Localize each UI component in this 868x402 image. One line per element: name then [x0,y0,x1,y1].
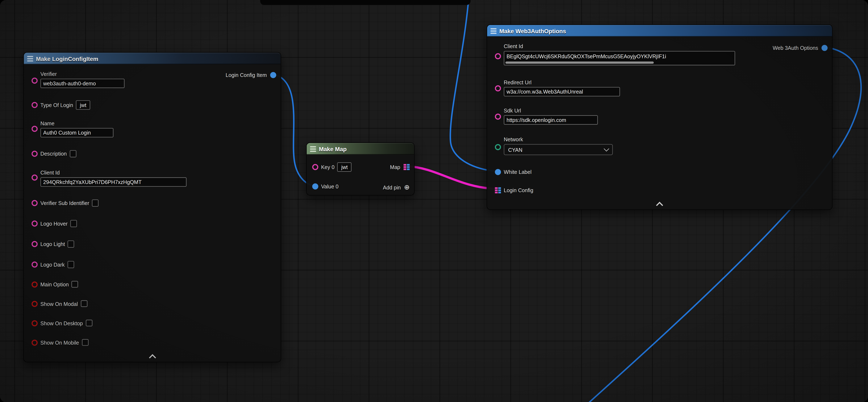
chevron-up-icon [149,354,156,361]
logo-hover-pin[interactable] [32,220,38,226]
logo-dark-pin[interactable] [32,261,38,267]
show-on-modal-checkbox[interactable] [81,300,87,307]
pin-row-logo-dark: Logo Dark [32,260,74,268]
description-input[interactable] [69,150,76,157]
client-id-scrollbar[interactable] [505,62,654,64]
main-option-checkbox[interactable] [72,281,79,288]
verifier-input[interactable]: web3auth-auth0-demo [40,79,125,88]
pin-label: Show On Modal [40,301,78,307]
value0-pin[interactable] [312,183,318,189]
map-output-pin-icon[interactable] [404,164,410,170]
pin-row-client-id: Client Id 294QRkchfq2YaXUbPri7D6PH7xzHgQ… [32,169,187,187]
client-id-input[interactable]: 294QRkchfq2YaXUbPri7D6PH7xzHgQMT [40,177,187,187]
pin-label: Redirect Url [504,79,620,85]
pin-row-name: Name Auth0 Custom Login [32,120,114,138]
web3auth-options-output-pin[interactable] [822,45,828,51]
node-make-map[interactable]: Make Map Key 0 jwt Map Value 0 Add pin ⊕ [306,142,414,196]
pin-label: Logo Dark [40,261,65,267]
output-pin-row: Login Config Item [226,71,276,79]
pin-label: Verifier Sub Identifier [40,200,89,206]
add-pin-label: Add pin [383,184,401,190]
show-on-desktop-pin[interactable] [32,320,38,326]
map-icon [310,146,316,151]
white-label-pin[interactable] [495,169,501,175]
pin-label: Description [40,150,67,156]
main-option-pin[interactable] [32,281,38,287]
pin-row-white-label: White Label [495,168,531,176]
show-on-desktop-checkbox[interactable] [86,320,92,326]
pin-label: Login Config Item [226,72,267,78]
redirect-url-pin[interactable] [495,85,501,91]
network-selected-value: CYAN [508,147,522,153]
type-of-login-input[interactable]: jwt [76,100,90,110]
pin-label: Verifier [40,71,125,77]
pin-row-login-config: Login Config [495,186,533,194]
pin-label: Main Option [40,281,69,287]
collapse-node-button[interactable] [655,202,664,207]
client-id-text: BEglQSgt4cUWcj6SKRdu5QkOXTsePmMcusG5EAoy… [506,53,666,59]
node-title: Make LoginConfigItem [36,55,98,62]
node-header[interactable]: Make Web3AuthOptions [487,25,832,36]
output-pin-row: Map [390,163,410,171]
pin-label: Web 3Auth Options [773,45,818,51]
pin-label: Show On Mobile [40,339,79,345]
offscreen-node-edge [260,0,470,5]
pin-label: Logo Hover [40,220,67,226]
struct-icon [27,56,33,61]
pin-label: Client Id [40,169,187,176]
output-pin-row: Web 3Auth Options [773,44,828,52]
pin-row-verifier-sub-identifier: Verifier Sub Identifier [32,199,98,207]
type-of-login-pin[interactable] [32,102,38,108]
network-pin[interactable] [495,144,501,150]
blueprint-editor: Make LoginConfigItem Login Config Item V… [0,0,868,402]
redirect-url-input[interactable]: w3a://com.w3a.Web3AuthUnreal [504,87,620,96]
pin-row-show-on-mobile: Show On Mobile [32,339,88,346]
name-pin[interactable] [32,126,38,132]
pin-label: Logo Light [40,241,65,247]
verifier-pin[interactable] [32,78,38,84]
pin-row-logo-hover: Logo Hover [32,220,77,227]
key0-pin[interactable] [312,164,318,170]
show-on-modal-pin[interactable] [32,301,38,307]
node-title: Make Map [319,145,347,152]
node-header[interactable]: Make LoginConfigItem [24,53,281,64]
add-pin-button[interactable]: Add pin ⊕ [383,183,410,191]
description-pin[interactable] [32,150,38,156]
login-config-item-output-pin[interactable] [270,72,276,78]
logo-dark-input[interactable] [67,261,74,268]
collapse-node-button[interactable] [148,354,157,360]
pin-row-sdk-url: Sdk Url https://sdk.openlogin.com [495,108,598,125]
key0-input[interactable]: jwt [337,162,352,172]
network-select[interactable]: CYAN [504,144,613,155]
verifier-sub-identifier-input[interactable] [92,199,99,206]
pin-label: Client Id [504,43,735,50]
graph-canvas[interactable]: Make LoginConfigItem Login Config Item V… [0,0,868,402]
pin-row-client-id: Client Id BEglQSgt4cUWcj6SKRdu5QkOXTsePm… [495,43,735,65]
verifier-sub-identifier-pin[interactable] [32,200,38,206]
login-config-pin-icon[interactable] [495,187,501,193]
pin-label: Value 0 [321,183,338,189]
show-on-mobile-checkbox[interactable] [82,339,88,346]
pin-label: Login Config [504,187,533,193]
show-on-mobile-pin[interactable] [32,339,38,345]
node-header[interactable]: Make Map [307,143,414,154]
pin-row-show-on-desktop: Show On Desktop [32,319,92,327]
pin-label: Sdk Url [504,108,598,114]
node-make-loginconfigitem[interactable]: Make LoginConfigItem Login Config Item V… [23,52,281,363]
logo-light-input[interactable] [68,240,74,247]
client-id-input[interactable]: BEglQSgt4cUWcj6SKRdu5QkOXTsePmMcusG5EAoy… [504,51,735,65]
client-id-pin[interactable] [32,174,38,181]
pin-row-verifier: Verifier web3auth-auth0-demo [32,71,125,88]
sdk-url-input[interactable]: https://sdk.openlogin.com [504,115,598,125]
name-input[interactable]: Auth0 Custom Login [40,128,114,138]
node-make-web3authoptions[interactable]: Make Web3AuthOptions Web 3Auth Options C… [487,24,833,210]
pin-label: Show On Desktop [40,320,83,326]
graph-viewport: Make LoginConfigItem Login Config Item V… [0,0,868,402]
sdk-url-pin[interactable] [495,114,501,120]
pin-row-show-on-modal: Show On Modal [32,300,87,308]
pin-row-redirect-url: Redirect Url w3a://com.w3a.Web3AuthUnrea… [495,79,620,96]
client-id-pin[interactable] [495,53,501,59]
logo-light-pin[interactable] [32,241,38,247]
pin-row-type-of-login: Type Of Login jwt [32,101,90,109]
logo-hover-input[interactable] [70,220,77,227]
